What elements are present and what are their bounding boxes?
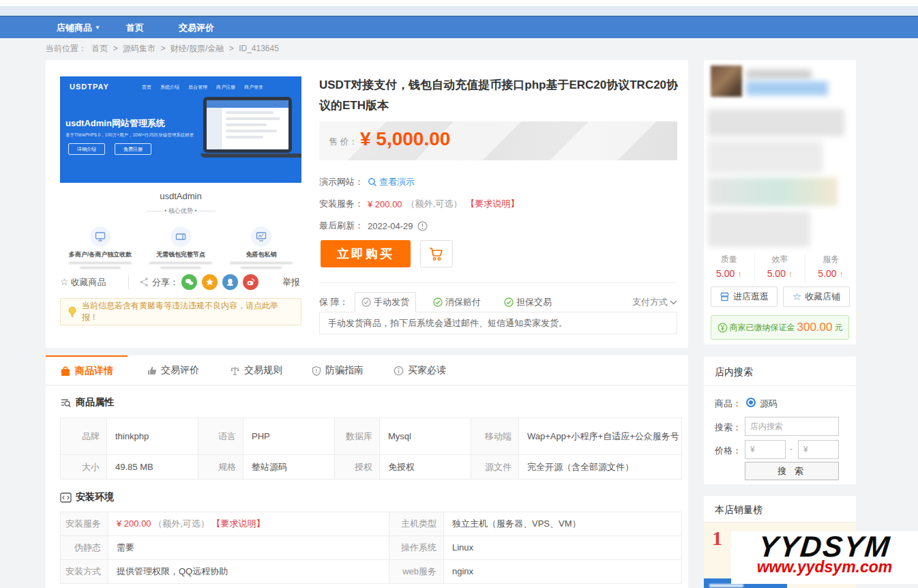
wallet-icon: [171, 226, 191, 247]
breadcrumb-market[interactable]: 源码集市: [123, 44, 156, 53]
product-image-headline: usdtAdmin网站管理系统: [65, 117, 165, 130]
tab-reviews[interactable]: 交易评价: [147, 355, 199, 385]
exclamation-circle-icon: [417, 221, 428, 231]
store-search-card: 店内搜索 商品： 源码 搜索： 价格： - 搜 索: [704, 357, 856, 484]
share-qq-icon[interactable]: [222, 274, 238, 290]
screen-chart-icon: [251, 226, 271, 247]
payment-methods-dropdown[interactable]: 支付方式: [632, 296, 677, 308]
share-weibo-icon[interactable]: [243, 274, 258, 290]
delivery-note: 手动发货商品，拍下后系统会通过邮件、短信通知卖家发货。: [319, 312, 677, 334]
top-strip: [0, 0, 918, 6]
nav-item-reviews[interactable]: 交易评价: [179, 17, 214, 38]
warning-text[interactable]: 当前信息若含有黄赌毒等违法违规不良内容，请点此举报！: [82, 300, 294, 323]
demo-label: 演示网站：: [319, 176, 364, 188]
tab-trade-rules[interactable]: 交易规则: [230, 355, 282, 385]
price-max-input[interactable]: [798, 440, 839, 459]
monitor-icon: [90, 226, 110, 247]
env-install-requirement-link[interactable]: 【要求说明】: [211, 518, 265, 529]
store-card: 质量5.00 ↑ 效率5.00 ↑ 服务5.00 ↑ 进店逛逛 ☆ 收藏店铺 商…: [704, 60, 856, 344]
detail-card: 商品详情 交易评价 交易规则 防骗指南 买家必读 商品属性: [46, 355, 688, 588]
guarantee-row: 保 障： 手动发货 消保赔付 担保交易 支付方式: [319, 292, 677, 311]
breadcrumb: 当前位置： 首页 > 源码集市 > 财经/股票/金融 > ID_413645: [46, 43, 282, 55]
price-min-input[interactable]: [745, 440, 786, 459]
price-value: ¥ 5,000.00: [360, 128, 450, 150]
share-wechat-icon[interactable]: [181, 274, 197, 290]
price-banner: 售 价： ¥ 5,000.00: [319, 121, 677, 160]
price-label: 售 价：: [329, 136, 358, 148]
watermark-logo: YYDSYM: [731, 531, 918, 563]
install-service-row: 安装服务： ¥ 200.00 （额外,可选） 【要求说明】: [319, 198, 677, 210]
product-image-nav: 首页 系统介绍 后台管理 商户注册 商户登录: [142, 84, 296, 91]
refresh-label: 最后刷新：: [319, 220, 364, 232]
rating-service: 服务5.00 ↑: [805, 254, 856, 282]
guarantee-escrow[interactable]: 担保交易: [498, 292, 558, 312]
table-row: 安装方式 提供管理权限，QQ远程协助 web服务 nginx: [61, 560, 682, 584]
table-row: 大小49.85 MB 规格整站源码 授权免授权 源文件完全开源（含全部源文件）: [61, 455, 682, 480]
lightbulb-icon: [68, 306, 77, 318]
search-icon: [368, 177, 377, 187]
guarantee-label: 保 障：: [319, 296, 349, 308]
share-icon: [139, 277, 149, 287]
favorite-product-button[interactable]: ☆收藏商品: [60, 276, 106, 289]
table-row: 品牌thinkphp 语言PHP 数据库Mysql 移动端Wap+App+小程序…: [61, 418, 682, 455]
deposit-badge: 商家已缴纳保证金300.00元: [711, 315, 849, 340]
source-code-radio[interactable]: [746, 398, 756, 407]
guarantee-compensation[interactable]: 消保赔付: [427, 292, 487, 312]
doc-search-icon: [60, 397, 72, 409]
check-circle-icon: [504, 297, 514, 307]
feature-multi-merchant: 多商户/各商户独立收款: [62, 224, 138, 269]
favorite-store-button[interactable]: ☆ 收藏店铺: [783, 286, 850, 307]
product-image-button-register: 免费注册: [115, 143, 151, 155]
check-circle-icon: [433, 297, 443, 307]
rating-efficiency: 效率5.00 ↑: [755, 254, 806, 282]
divider: [319, 282, 677, 283]
share-label: 分享：: [139, 276, 179, 289]
price-range-separator: -: [790, 444, 793, 454]
buy-now-button[interactable]: 立即购买: [321, 240, 411, 267]
breadcrumb-prefix: 当前位置：: [46, 44, 87, 53]
attributes-section-header: 商品属性: [60, 396, 114, 409]
env-install-price: ¥ 200.00: [117, 518, 151, 529]
share-qzone-icon[interactable]: [202, 274, 218, 290]
nav-item-store-products[interactable]: 店铺商品▼: [57, 17, 100, 38]
breadcrumb-separator: >: [113, 44, 118, 53]
tab-anti-fraud[interactable]: 防骗指南: [312, 355, 364, 385]
product-image-caption: usdtAdmin: [60, 191, 301, 201]
install-label: 安装服务：: [319, 198, 364, 210]
shield-icon: [312, 366, 321, 376]
add-to-cart-button[interactable]: [420, 240, 453, 267]
share-row: ☆收藏商品 分享： 举报: [60, 274, 301, 292]
visit-store-button[interactable]: 进店逛逛: [711, 286, 778, 307]
yen-circle-icon: [717, 323, 728, 333]
tab-product-details[interactable]: 商品详情: [46, 355, 128, 385]
report-link[interactable]: 举报: [282, 276, 300, 289]
product-image[interactable]: USDTPAY 首页 系统介绍 后台管理 商户注册 商户登录 usdtAdmin…: [60, 76, 301, 270]
chevron-down-icon: ▼: [95, 25, 100, 31]
deposit-prefix: 商家已缴纳保证金: [730, 322, 795, 334]
store-search-button[interactable]: 搜 索: [745, 462, 839, 480]
divider: [128, 276, 129, 289]
breadcrumb-separator: >: [160, 44, 165, 53]
avatar[interactable]: [711, 65, 742, 97]
check-circle-icon: [361, 297, 371, 307]
watermark: YYDSYM www.yydsym.com: [731, 531, 918, 584]
tab-buyer-guide[interactable]: 买家必读: [394, 355, 446, 385]
breadcrumb-home[interactable]: 首页: [91, 44, 108, 53]
tabs-bar: 商品详情 交易评价 交易规则 防骗指南 买家必读: [46, 355, 688, 385]
breadcrumb-category[interactable]: 财经/股票/金融: [171, 44, 224, 53]
chevron-down-icon: [670, 300, 677, 305]
warning-banner: 当前信息若含有黄赌毒等违法违规不良内容，请点此举报！: [60, 298, 301, 325]
install-requirement-link[interactable]: 【要求说明】: [466, 198, 519, 210]
info-circle-icon: [394, 366, 404, 376]
product-image-tagline: ——— • 核心优势 • ———: [60, 207, 301, 216]
main-navbar: 店铺商品▼ 首页 交易评价: [0, 17, 918, 38]
product-image-subline: 基于ThinkPHP6.0，100万+用户，10W+行JS区块链管理系统研发: [65, 132, 194, 138]
demo-link[interactable]: 查看演示: [368, 176, 415, 188]
keyword-input[interactable]: [745, 417, 839, 436]
store-ratings: 质量5.00 ↑ 效率5.00 ↑ 服务5.00 ↑: [704, 254, 856, 282]
sales-rank-title: 本店销量榜: [715, 504, 762, 516]
store-search-title: 店内搜索: [715, 366, 753, 379]
guarantee-manual-shipping[interactable]: 手动发货: [355, 292, 416, 312]
blurred-block: [708, 109, 844, 136]
nav-item-home[interactable]: 首页: [126, 17, 144, 38]
